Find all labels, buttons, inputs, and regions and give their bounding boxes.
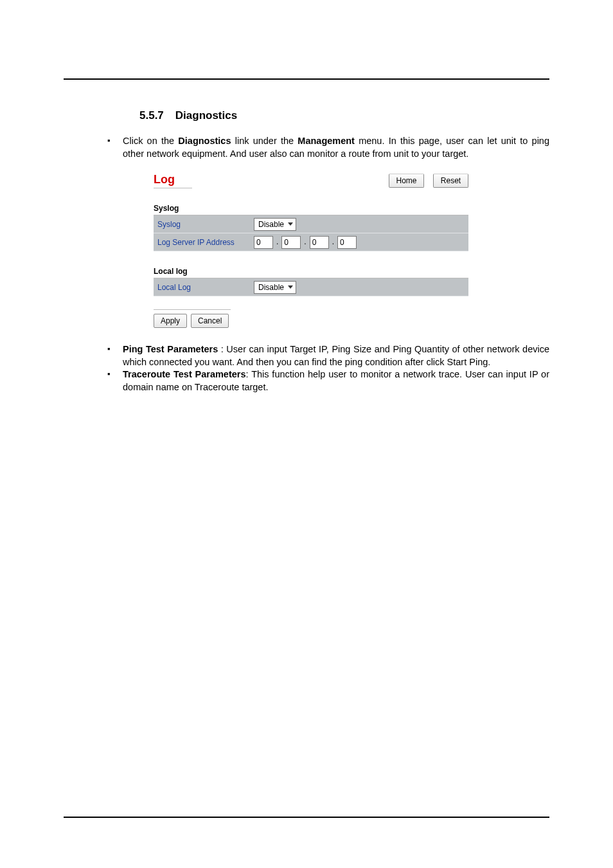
ping-params-item: Ping Test Parameters : User can input Ta… [103, 343, 549, 368]
locallog-label: Local Log [157, 283, 254, 292]
ip-dot: . [303, 239, 307, 249]
page: 5.5.7Diagnostics Click on the Diagnostic… [0, 0, 613, 868]
syslog-row: Syslog Disable [154, 215, 468, 233]
apply-button[interactable]: Apply [154, 314, 187, 328]
param-list: Ping Test Parameters : User can input Ta… [103, 343, 549, 393]
traceroute-params-bold: Traceroute Test Parameters [123, 369, 246, 379]
reset-button[interactable]: Reset [433, 174, 468, 188]
panel-header: Log Home Reset [154, 173, 468, 188]
traceroute-params-item: Traceroute Test Parameters: This functio… [103, 368, 549, 393]
syslog-section-label: Syslog [154, 204, 468, 215]
syslog-control: Disable [254, 218, 296, 231]
locallog-row: Local Log Disable [154, 278, 468, 296]
home-button[interactable]: Home [389, 174, 424, 188]
heading-number: 5.5.7 [139, 109, 164, 122]
ip-octet-3[interactable]: 0 [310, 236, 329, 249]
intro-mid: link under the [231, 136, 298, 146]
locallog-section-label: Local log [154, 267, 468, 278]
panel-header-buttons: Home Reset [389, 174, 468, 188]
ip-dot: . [331, 239, 335, 249]
ip-dot: . [275, 239, 280, 249]
panel-title: Log [154, 173, 192, 188]
ping-params-bold: Ping Test Parameters [123, 344, 218, 354]
syslog-select-value: Disable [258, 220, 284, 229]
intro-list: Click on the Diagnostics link under the … [103, 135, 549, 160]
panel-footer-buttons: Apply Cancel [154, 309, 231, 328]
chevron-down-icon [288, 222, 293, 226]
ip-octet-4[interactable]: 0 [337, 236, 357, 249]
intro-pre: Click on the [123, 136, 178, 146]
heading-title: Diagnostics [175, 109, 237, 122]
ip-control: 0 . 0 . 0 . 0 [254, 236, 357, 249]
cancel-button[interactable]: Cancel [191, 314, 229, 328]
intro-bold-diagnostics: Diagnostics [178, 136, 231, 146]
ip-row: Log Server IP Address 0 . 0 . 0 . 0 [154, 233, 468, 251]
intro-bold-management: Management [298, 136, 355, 146]
locallog-select[interactable]: Disable [254, 281, 296, 294]
locallog-control: Disable [254, 281, 296, 294]
section-heading: 5.5.7Diagnostics [139, 109, 549, 122]
syslog-label: Syslog [157, 220, 254, 229]
intro-item: Click on the Diagnostics link under the … [103, 135, 549, 160]
chevron-down-icon [288, 285, 293, 289]
header-rule [64, 78, 549, 80]
footer-rule [64, 817, 549, 818]
ip-octet-2[interactable]: 0 [281, 236, 301, 249]
ip-octet-1[interactable]: 0 [254, 236, 273, 249]
log-panel: Log Home Reset Syslog Syslog Disable Log… [154, 173, 468, 328]
ip-label: Log Server IP Address [157, 238, 254, 247]
syslog-select[interactable]: Disable [254, 218, 296, 231]
locallog-select-value: Disable [258, 283, 284, 292]
